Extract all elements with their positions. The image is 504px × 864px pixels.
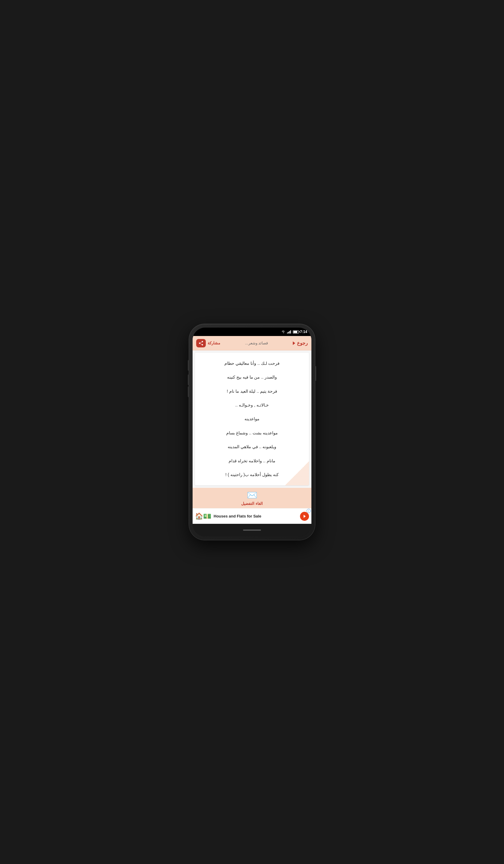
app-bar-left: مشاركة [196,339,220,347]
svg-point-6 [202,344,203,346]
svg-rect-2 [289,331,290,334]
poem-line-2: والصدر .. من ما فيه بيح كنينه [200,373,304,381]
app-screen: مشاركة قصائد وشعر... رجوع فرحت لـك .. وأ… [193,336,311,524]
poem-line-8: مانام .. واحلامه تخراه قدام [200,457,304,465]
signal-icon [287,330,291,334]
ad-arrow-icon [304,515,306,518]
poem-line-1: فرحت لـك .. وأنا معاليقي حطام [200,360,304,367]
svg-line-8 [200,342,202,343]
poem-line-9: كنه يطول أحلامه ب( راحتينه ) ! [200,471,304,479]
wifi-icon [281,330,286,334]
content-area: فرحت لـك .. وأنا معاليقي حطام والصدر .. … [193,350,311,524]
poem-line-4: خـالاتـه , وخـوالـه .. [200,401,304,409]
back-label: رجوع [297,340,308,346]
app-bar-center: قصائد وشعر... [245,341,268,345]
svg-point-4 [202,341,203,342]
svg-rect-0 [287,333,288,333]
favorite-section: ✉️ الغاء التفضيل [193,488,311,508]
app-bar: مشاركة قصائد وشعر... رجوع [193,336,311,350]
status-time: 7:14 [300,330,307,334]
battery-fill [293,331,297,333]
phone-device: 7:14 مشاركة [189,324,315,540]
battery-icon [293,330,299,334]
cancel-favorite-button[interactable]: الغاء التفضيل [241,501,263,506]
share-icon [198,340,204,346]
back-chevron-icon [293,341,295,345]
ad-house-money-icon: 🏠💵 [195,512,211,520]
ad-text: Houses and Flats for Sale [214,514,298,518]
svg-rect-1 [288,332,289,334]
svg-rect-3 [290,330,291,333]
ad-info-badge[interactable]: i [307,509,311,513]
ad-arrow-button[interactable] [300,512,309,521]
share-label: مشاركة [208,341,220,345]
poem-line-3: فرحة يتيم .. ليلة العيد ما نام ! [200,387,304,395]
app-bar-right[interactable]: رجوع [293,340,308,346]
status-bar: 7:14 [193,328,311,336]
bottom-bar [193,524,311,536]
email-icon: ✉️ [247,490,257,500]
svg-point-5 [199,342,200,344]
poem-line-7: ويلعبونه .. في ملاهي المدينه [200,443,304,451]
share-button[interactable] [196,339,206,347]
status-icons: 7:14 [281,330,307,334]
home-indicator [243,529,261,531]
ad-banner[interactable]: 🏠💵 Houses and Flats for Sale [193,508,311,524]
ad-banner-wrapper: 🏠💵 Houses and Flats for Sale i [193,508,311,524]
phone-screen: 7:14 مشاركة [193,328,311,536]
poem-card: فرحت لـك .. وأنا معاليقي حطام والصدر .. … [195,353,309,485]
svg-line-7 [200,344,202,344]
poem-line-5: مواعدينه [200,415,304,423]
poem-line-6: مواعدينه بشت .. وشماغ بسام [200,429,304,437]
